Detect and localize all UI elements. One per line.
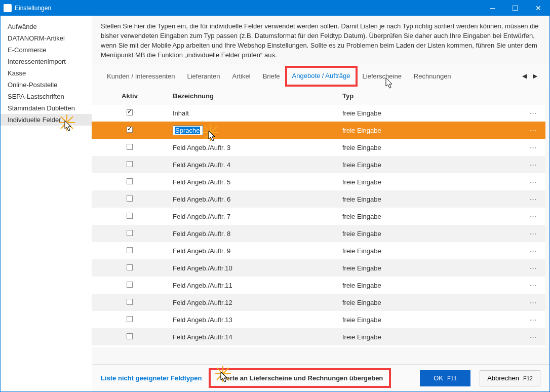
table-row[interactable]: Feld Angeb./Auftr.10freie Eingabe⋯ bbox=[92, 259, 545, 277]
cell-bezeichnung[interactable]: Feld Angeb./Auftr. 5 bbox=[168, 178, 337, 186]
aktiv-checkbox[interactable] bbox=[127, 247, 133, 253]
transfer-values-checkbox-wrap[interactable]: Werte an Lieferscheine und Rechnungen üb… bbox=[211, 370, 389, 386]
cell-aktiv[interactable] bbox=[92, 247, 168, 255]
ok-button[interactable]: OK F11 bbox=[420, 370, 470, 386]
sidebar-item[interactable]: Kasse bbox=[1, 67, 92, 79]
tab-scroll-left-icon[interactable]: ◀ bbox=[522, 72, 527, 80]
cell-aktiv[interactable] bbox=[92, 213, 168, 220]
cell-typ[interactable]: freie Eingabe bbox=[337, 316, 520, 324]
sidebar-item[interactable]: DATANORM-Artikel bbox=[1, 32, 92, 44]
cell-aktiv[interactable] bbox=[92, 264, 168, 272]
table-row[interactable]: Feld Angeb./Auftr. 9freie Eingabe⋯ bbox=[92, 242, 545, 259]
cell-aktiv[interactable] bbox=[92, 178, 168, 186]
tab[interactable]: Lieferscheine bbox=[357, 67, 408, 85]
sidebar-item[interactable]: Individuelle Felder bbox=[1, 114, 92, 126]
cell-typ[interactable]: freie Eingabe bbox=[337, 264, 520, 272]
sidebar-item[interactable]: Aufwände bbox=[1, 21, 92, 32]
row-actions-icon[interactable]: ⋯ bbox=[520, 144, 545, 151]
row-actions-icon[interactable]: ⋯ bbox=[520, 127, 545, 134]
aktiv-checkbox[interactable] bbox=[127, 316, 133, 322]
cell-aktiv[interactable] bbox=[92, 282, 168, 289]
aktiv-checkbox[interactable] bbox=[127, 178, 133, 184]
cell-typ[interactable]: freie Eingabe bbox=[337, 213, 520, 220]
aktiv-checkbox[interactable] bbox=[127, 161, 133, 167]
table-row[interactable]: Sprachefreie Eingabe⋯ bbox=[92, 122, 545, 139]
tab[interactable]: Kunden / Interessenten bbox=[101, 67, 181, 85]
row-actions-icon[interactable]: ⋯ bbox=[520, 178, 545, 186]
cell-typ[interactable]: freie Eingabe bbox=[337, 282, 520, 289]
cell-bezeichnung[interactable]: Feld Angeb./Auftr.12 bbox=[168, 299, 337, 306]
cell-bezeichnung[interactable]: Feld Angeb./Auftr. 7 bbox=[168, 213, 337, 220]
cancel-button[interactable]: Abbrechen F12 bbox=[480, 370, 540, 386]
column-header-typ[interactable]: Typ bbox=[337, 92, 520, 100]
cell-aktiv[interactable] bbox=[92, 144, 168, 151]
aktiv-checkbox[interactable] bbox=[127, 299, 133, 305]
table-row[interactable]: Feld Angeb./Auftr. 4freie Eingabe⋯ bbox=[92, 156, 545, 173]
cell-bezeichnung[interactable]: Feld Angeb./Auftr.11 bbox=[168, 282, 337, 289]
row-actions-icon[interactable]: ⋯ bbox=[520, 333, 545, 341]
cell-typ[interactable]: freie Eingabe bbox=[337, 144, 520, 151]
cell-bezeichnung[interactable]: Feld Angeb./Auftr. 8 bbox=[168, 230, 337, 238]
table-row[interactable]: Feld Angeb./Auftr. 8freie Eingabe⋯ bbox=[92, 225, 545, 242]
table-row[interactable]: Feld Angeb./Auftr.15freie Eingabe⋯ bbox=[92, 345, 545, 347]
row-actions-icon[interactable]: ⋯ bbox=[520, 264, 545, 272]
aktiv-checkbox[interactable] bbox=[127, 333, 133, 339]
tab[interactable]: Briefe bbox=[257, 67, 286, 85]
cell-bezeichnung[interactable]: Sprache bbox=[168, 126, 337, 135]
table-row[interactable]: Feld Angeb./Auftr. 6freie Eingabe⋯ bbox=[92, 190, 545, 208]
cell-typ[interactable]: freie Eingabe bbox=[337, 333, 520, 341]
row-actions-icon[interactable]: ⋯ bbox=[520, 213, 545, 220]
row-actions-icon[interactable]: ⋯ bbox=[520, 282, 545, 289]
cell-typ[interactable]: freie Eingabe bbox=[337, 247, 520, 255]
cell-bezeichnung[interactable]: Inhalt bbox=[168, 109, 337, 117]
row-actions-icon[interactable]: ⋯ bbox=[520, 161, 545, 169]
sidebar-item[interactable]: E-Commerce bbox=[1, 44, 92, 56]
cell-typ[interactable]: freie Eingabe bbox=[337, 299, 520, 306]
table-row[interactable]: Feld Angeb./Auftr.11freie Eingabe⋯ bbox=[92, 277, 545, 294]
column-header-aktiv[interactable]: Aktiv bbox=[92, 92, 168, 100]
cell-aktiv[interactable] bbox=[92, 299, 168, 306]
sidebar-item[interactable]: Online-Poststelle bbox=[1, 79, 92, 91]
cell-aktiv[interactable] bbox=[92, 127, 168, 134]
sidebar-item[interactable]: Stammdaten Dubletten bbox=[1, 102, 92, 114]
row-actions-icon[interactable]: ⋯ bbox=[520, 316, 545, 324]
cell-typ[interactable]: freie Eingabe bbox=[337, 127, 520, 134]
unsuitable-fieldtypes-link[interactable]: Liste nicht geeigneter Feldtypen bbox=[101, 374, 202, 382]
aktiv-checkbox[interactable] bbox=[127, 230, 133, 236]
row-actions-icon[interactable]: ⋯ bbox=[520, 195, 545, 203]
bezeichnung-edit-input[interactable]: Sprache bbox=[173, 126, 203, 135]
aktiv-checkbox[interactable] bbox=[127, 127, 133, 133]
tab[interactable]: Lieferanten bbox=[181, 67, 226, 85]
cell-typ[interactable]: freie Eingabe bbox=[337, 178, 520, 186]
maximize-button[interactable]: ☐ bbox=[504, 1, 527, 16]
aktiv-checkbox[interactable] bbox=[127, 195, 133, 202]
cell-bezeichnung[interactable]: Feld Angeb./Auftr. 4 bbox=[168, 161, 337, 169]
tab[interactable]: Angebote / Aufträge bbox=[286, 67, 357, 86]
cell-aktiv[interactable] bbox=[92, 195, 168, 203]
cell-typ[interactable]: freie Eingabe bbox=[337, 195, 520, 203]
table-row[interactable]: Feld Angeb./Auftr.12freie Eingabe⋯ bbox=[92, 294, 545, 311]
cell-aktiv[interactable] bbox=[92, 316, 168, 324]
sidebar-item[interactable]: SEPA-Lastschriften bbox=[1, 91, 92, 102]
table-row[interactable]: Feld Angeb./Auftr. 5freie Eingabe⋯ bbox=[92, 173, 545, 190]
cell-aktiv[interactable] bbox=[92, 333, 168, 341]
row-actions-icon[interactable]: ⋯ bbox=[520, 109, 545, 117]
cell-aktiv[interactable] bbox=[92, 161, 168, 169]
cell-bezeichnung[interactable]: Feld Angeb./Auftr. 3 bbox=[168, 144, 337, 151]
cell-bezeichnung[interactable]: Feld Angeb./Auftr.13 bbox=[168, 316, 337, 324]
table-row[interactable]: Feld Angeb./Auftr.13freie Eingabe⋯ bbox=[92, 311, 545, 328]
table-row[interactable]: Inhaltfreie Eingabe⋯ bbox=[92, 104, 545, 122]
table-row[interactable]: Feld Angeb./Auftr. 7freie Eingabe⋯ bbox=[92, 208, 545, 225]
aktiv-checkbox[interactable] bbox=[127, 264, 133, 270]
aktiv-checkbox[interactable] bbox=[127, 109, 133, 115]
cell-aktiv[interactable] bbox=[92, 109, 168, 117]
cell-bezeichnung[interactable]: Feld Angeb./Auftr. 9 bbox=[168, 247, 337, 255]
column-header-bezeichnung[interactable]: Bezeichnung bbox=[168, 92, 337, 100]
cell-typ[interactable]: freie Eingabe bbox=[337, 109, 520, 117]
table-row[interactable]: Feld Angeb./Auftr. 3freie Eingabe⋯ bbox=[92, 139, 545, 156]
cell-typ[interactable]: freie Eingabe bbox=[337, 230, 520, 238]
tab-scroll-right-icon[interactable]: ▶ bbox=[533, 72, 537, 80]
cell-typ[interactable]: freie Eingabe bbox=[337, 161, 520, 169]
aktiv-checkbox[interactable] bbox=[127, 144, 133, 150]
tab[interactable]: Artikel bbox=[226, 67, 257, 85]
